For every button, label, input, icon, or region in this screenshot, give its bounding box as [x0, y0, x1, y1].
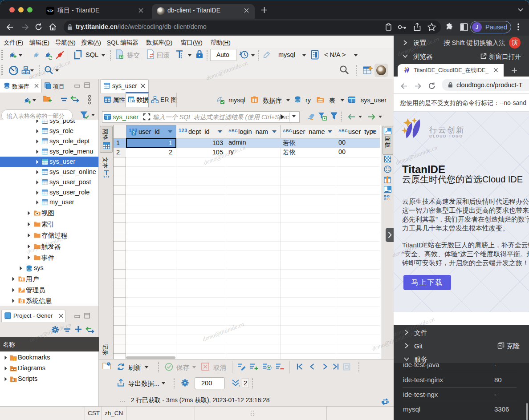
- svg-text:i: i: [21, 299, 22, 303]
